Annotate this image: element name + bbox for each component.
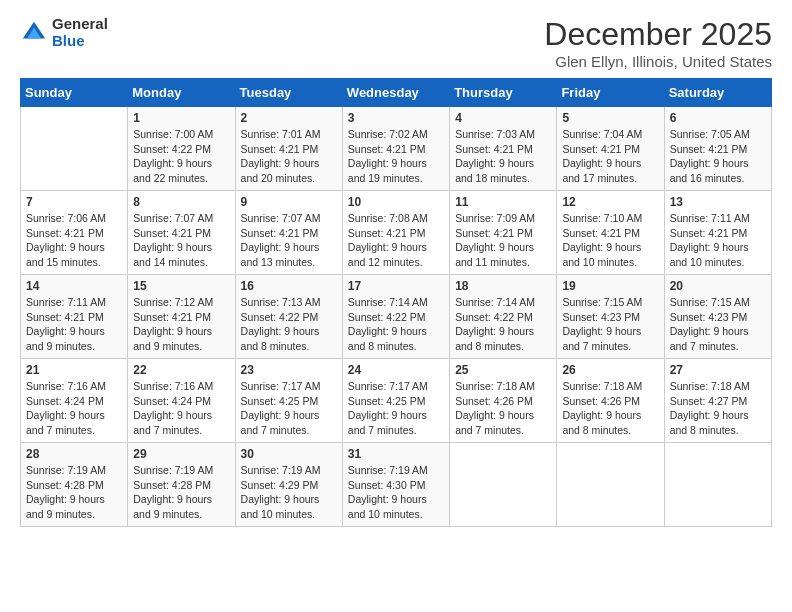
calendar-cell: 28Sunrise: 7:19 AMSunset: 4:28 PMDayligh… — [21, 443, 128, 527]
day-number: 25 — [455, 363, 551, 377]
day-info: Sunrise: 7:07 AMSunset: 4:21 PMDaylight:… — [133, 211, 229, 270]
calendar-cell: 30Sunrise: 7:19 AMSunset: 4:29 PMDayligh… — [235, 443, 342, 527]
calendar-cell: 11Sunrise: 7:09 AMSunset: 4:21 PMDayligh… — [450, 191, 557, 275]
day-info: Sunrise: 7:13 AMSunset: 4:22 PMDaylight:… — [241, 295, 337, 354]
day-number: 5 — [562, 111, 658, 125]
week-row-3: 14Sunrise: 7:11 AMSunset: 4:21 PMDayligh… — [21, 275, 772, 359]
week-row-5: 28Sunrise: 7:19 AMSunset: 4:28 PMDayligh… — [21, 443, 772, 527]
day-info: Sunrise: 7:19 AMSunset: 4:29 PMDaylight:… — [241, 463, 337, 522]
day-number: 26 — [562, 363, 658, 377]
calendar-cell — [21, 107, 128, 191]
week-row-4: 21Sunrise: 7:16 AMSunset: 4:24 PMDayligh… — [21, 359, 772, 443]
calendar-cell: 24Sunrise: 7:17 AMSunset: 4:25 PMDayligh… — [342, 359, 449, 443]
day-number: 11 — [455, 195, 551, 209]
day-info: Sunrise: 7:17 AMSunset: 4:25 PMDaylight:… — [348, 379, 444, 438]
day-header-wednesday: Wednesday — [342, 79, 449, 107]
day-info: Sunrise: 7:05 AMSunset: 4:21 PMDaylight:… — [670, 127, 766, 186]
day-number: 23 — [241, 363, 337, 377]
day-number: 18 — [455, 279, 551, 293]
day-number: 10 — [348, 195, 444, 209]
day-number: 22 — [133, 363, 229, 377]
day-number: 24 — [348, 363, 444, 377]
day-info: Sunrise: 7:15 AMSunset: 4:23 PMDaylight:… — [562, 295, 658, 354]
day-number: 30 — [241, 447, 337, 461]
calendar-cell: 6Sunrise: 7:05 AMSunset: 4:21 PMDaylight… — [664, 107, 771, 191]
calendar-cell: 18Sunrise: 7:14 AMSunset: 4:22 PMDayligh… — [450, 275, 557, 359]
calendar-cell: 22Sunrise: 7:16 AMSunset: 4:24 PMDayligh… — [128, 359, 235, 443]
calendar-cell: 15Sunrise: 7:12 AMSunset: 4:21 PMDayligh… — [128, 275, 235, 359]
day-info: Sunrise: 7:09 AMSunset: 4:21 PMDaylight:… — [455, 211, 551, 270]
calendar-cell: 27Sunrise: 7:18 AMSunset: 4:27 PMDayligh… — [664, 359, 771, 443]
calendar-cell: 14Sunrise: 7:11 AMSunset: 4:21 PMDayligh… — [21, 275, 128, 359]
calendar-cell: 23Sunrise: 7:17 AMSunset: 4:25 PMDayligh… — [235, 359, 342, 443]
day-info: Sunrise: 7:02 AMSunset: 4:21 PMDaylight:… — [348, 127, 444, 186]
calendar-cell: 17Sunrise: 7:14 AMSunset: 4:22 PMDayligh… — [342, 275, 449, 359]
calendar-cell: 2Sunrise: 7:01 AMSunset: 4:21 PMDaylight… — [235, 107, 342, 191]
day-info: Sunrise: 7:06 AMSunset: 4:21 PMDaylight:… — [26, 211, 122, 270]
day-info: Sunrise: 7:04 AMSunset: 4:21 PMDaylight:… — [562, 127, 658, 186]
days-header-row: SundayMondayTuesdayWednesdayThursdayFrid… — [21, 79, 772, 107]
day-info: Sunrise: 7:18 AMSunset: 4:27 PMDaylight:… — [670, 379, 766, 438]
calendar-cell: 25Sunrise: 7:18 AMSunset: 4:26 PMDayligh… — [450, 359, 557, 443]
calendar-cell — [450, 443, 557, 527]
day-number: 7 — [26, 195, 122, 209]
calendar-cell: 16Sunrise: 7:13 AMSunset: 4:22 PMDayligh… — [235, 275, 342, 359]
calendar-cell: 26Sunrise: 7:18 AMSunset: 4:26 PMDayligh… — [557, 359, 664, 443]
calendar-cell: 13Sunrise: 7:11 AMSunset: 4:21 PMDayligh… — [664, 191, 771, 275]
day-header-monday: Monday — [128, 79, 235, 107]
calendar-cell: 3Sunrise: 7:02 AMSunset: 4:21 PMDaylight… — [342, 107, 449, 191]
calendar-cell: 7Sunrise: 7:06 AMSunset: 4:21 PMDaylight… — [21, 191, 128, 275]
day-number: 13 — [670, 195, 766, 209]
day-number: 6 — [670, 111, 766, 125]
day-info: Sunrise: 7:01 AMSunset: 4:21 PMDaylight:… — [241, 127, 337, 186]
day-number: 9 — [241, 195, 337, 209]
page-header: General Blue December 2025 Glen Ellyn, I… — [20, 16, 772, 70]
day-number: 14 — [26, 279, 122, 293]
calendar-cell: 31Sunrise: 7:19 AMSunset: 4:30 PMDayligh… — [342, 443, 449, 527]
calendar-cell: 20Sunrise: 7:15 AMSunset: 4:23 PMDayligh… — [664, 275, 771, 359]
day-info: Sunrise: 7:08 AMSunset: 4:21 PMDaylight:… — [348, 211, 444, 270]
calendar-cell: 29Sunrise: 7:19 AMSunset: 4:28 PMDayligh… — [128, 443, 235, 527]
day-number: 19 — [562, 279, 658, 293]
day-info: Sunrise: 7:12 AMSunset: 4:21 PMDaylight:… — [133, 295, 229, 354]
day-number: 21 — [26, 363, 122, 377]
day-number: 12 — [562, 195, 658, 209]
logo-general-text: General — [52, 16, 108, 33]
day-info: Sunrise: 7:14 AMSunset: 4:22 PMDaylight:… — [348, 295, 444, 354]
day-number: 31 — [348, 447, 444, 461]
day-info: Sunrise: 7:17 AMSunset: 4:25 PMDaylight:… — [241, 379, 337, 438]
day-info: Sunrise: 7:14 AMSunset: 4:22 PMDaylight:… — [455, 295, 551, 354]
day-info: Sunrise: 7:15 AMSunset: 4:23 PMDaylight:… — [670, 295, 766, 354]
day-info: Sunrise: 7:03 AMSunset: 4:21 PMDaylight:… — [455, 127, 551, 186]
calendar-cell: 5Sunrise: 7:04 AMSunset: 4:21 PMDaylight… — [557, 107, 664, 191]
logo-text: General Blue — [52, 16, 108, 49]
day-info: Sunrise: 7:16 AMSunset: 4:24 PMDaylight:… — [133, 379, 229, 438]
day-info: Sunrise: 7:07 AMSunset: 4:21 PMDaylight:… — [241, 211, 337, 270]
logo-icon — [20, 19, 48, 47]
day-info: Sunrise: 7:11 AMSunset: 4:21 PMDaylight:… — [670, 211, 766, 270]
day-number: 15 — [133, 279, 229, 293]
calendar-cell: 21Sunrise: 7:16 AMSunset: 4:24 PMDayligh… — [21, 359, 128, 443]
week-row-1: 1Sunrise: 7:00 AMSunset: 4:22 PMDaylight… — [21, 107, 772, 191]
day-info: Sunrise: 7:19 AMSunset: 4:30 PMDaylight:… — [348, 463, 444, 522]
day-info: Sunrise: 7:18 AMSunset: 4:26 PMDaylight:… — [455, 379, 551, 438]
calendar-cell: 1Sunrise: 7:00 AMSunset: 4:22 PMDaylight… — [128, 107, 235, 191]
day-header-saturday: Saturday — [664, 79, 771, 107]
day-number: 3 — [348, 111, 444, 125]
day-number: 17 — [348, 279, 444, 293]
calendar-cell: 4Sunrise: 7:03 AMSunset: 4:21 PMDaylight… — [450, 107, 557, 191]
day-info: Sunrise: 7:00 AMSunset: 4:22 PMDaylight:… — [133, 127, 229, 186]
day-info: Sunrise: 7:16 AMSunset: 4:24 PMDaylight:… — [26, 379, 122, 438]
day-header-friday: Friday — [557, 79, 664, 107]
day-number: 8 — [133, 195, 229, 209]
day-number: 1 — [133, 111, 229, 125]
title-block: December 2025 Glen Ellyn, Illinois, Unit… — [544, 16, 772, 70]
calendar-cell: 19Sunrise: 7:15 AMSunset: 4:23 PMDayligh… — [557, 275, 664, 359]
week-row-2: 7Sunrise: 7:06 AMSunset: 4:21 PMDaylight… — [21, 191, 772, 275]
day-header-thursday: Thursday — [450, 79, 557, 107]
day-header-tuesday: Tuesday — [235, 79, 342, 107]
month-title: December 2025 — [544, 16, 772, 53]
calendar-table: SundayMondayTuesdayWednesdayThursdayFrid… — [20, 78, 772, 527]
day-number: 28 — [26, 447, 122, 461]
day-info: Sunrise: 7:18 AMSunset: 4:26 PMDaylight:… — [562, 379, 658, 438]
